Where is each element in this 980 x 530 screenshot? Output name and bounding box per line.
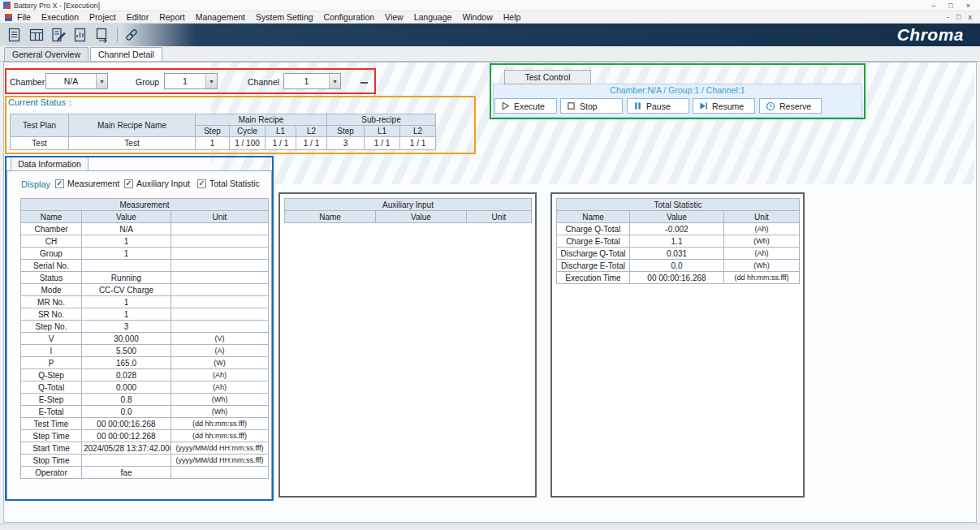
table-cell: 1 [82, 308, 171, 321]
channel-label: Channel [248, 77, 279, 87]
table-row: SR No.1 [21, 308, 269, 321]
group-select[interactable]: 1 ▾ [164, 73, 218, 89]
table-row: P165.0(W) [21, 357, 269, 369]
window-controls: – □ × [931, 0, 977, 11]
table-cell: Step Time [21, 430, 82, 442]
report-icon[interactable] [70, 25, 90, 45]
table-row: Stop Time(yyyy/MM/dd HH:mm:ss.fff) [21, 455, 269, 467]
collapse-handle[interactable] [360, 82, 368, 84]
table-cell: Chamber [21, 223, 82, 235]
menu-items: FileExecutionProjectEditorReportManageme… [17, 12, 520, 22]
menu-configuration[interactable]: Configuration [324, 12, 374, 22]
tab-channel-detail[interactable]: Channel Detail [90, 47, 162, 61]
resume-button[interactable]: Resume [693, 98, 755, 114]
child-minimize-button[interactable]: - [947, 13, 949, 21]
table-row: Charge Q-Total-0.002(Ah) [557, 223, 800, 235]
toolbar-divider [117, 28, 118, 42]
table-cell: (Ah) [724, 248, 800, 260]
table-cell: (yyyy/MM/dd HH:mm:ss.fff) [171, 442, 269, 455]
table-cell: (A) [171, 345, 269, 357]
measurement-table: Measurement NameValueUnit ChamberN/ACH1G… [20, 198, 269, 479]
data-information-tab[interactable]: Data Information [11, 157, 89, 171]
column-header: Step [196, 126, 230, 137]
editor-icon[interactable] [48, 25, 68, 45]
table-cell: 00 00:00:16.268 [630, 272, 724, 284]
table-cell: 1 / 1 [365, 137, 400, 150]
table-cell: Group [21, 248, 82, 260]
menu-view[interactable]: View [385, 12, 404, 22]
channel-select[interactable]: 1 ▾ [283, 73, 341, 89]
table-cell: Test [11, 137, 69, 150]
menu-management[interactable]: Management [196, 12, 245, 22]
column-header: Cycle [230, 126, 266, 137]
checkbox-icon: ✓ [55, 179, 64, 188]
column-group-header: Sub-recipe [327, 114, 436, 126]
table-row: Group1 [21, 248, 269, 260]
table-row: Test Time00 00:00:16.268(dd hh:mm:ss.fff… [21, 418, 269, 430]
menu-editor[interactable]: Editor [127, 12, 149, 22]
menu-report[interactable]: Report [159, 12, 185, 22]
table-cell: (Wh) [724, 235, 800, 248]
execution-icon[interactable] [4, 25, 24, 45]
table-cell: V [21, 333, 82, 345]
table-row: Serial No. [21, 260, 269, 272]
checkbox-auxiliary-input[interactable]: ✓ Auxiliary Input [124, 179, 190, 188]
stop-icon [567, 101, 576, 110]
execute-button[interactable]: Execute [494, 98, 557, 114]
table-cell: 1 / 100 [230, 137, 266, 150]
chamber-select[interactable]: N/A ▾ [45, 73, 108, 89]
table-cell: Discharge Q-Total [557, 248, 630, 260]
test-control-tab[interactable]: Test Control [504, 70, 591, 84]
menu-project[interactable]: Project [89, 12, 116, 22]
table-cell: E-Total [21, 406, 82, 418]
table-row: MR No.1 [21, 296, 269, 308]
menu-help[interactable]: Help [503, 12, 521, 22]
checkbox-total-statistic[interactable]: ✓ Total Statistic [197, 179, 260, 188]
column-header: Test Plan [11, 114, 69, 137]
table-cell: (Wh) [724, 260, 800, 272]
column-header: Value [376, 211, 467, 223]
reserve-button[interactable]: Reserve [759, 98, 822, 114]
table-cell: 30.000 [82, 333, 171, 345]
table-cell [171, 467, 269, 479]
stop-button[interactable]: Stop [560, 98, 623, 114]
table-cell: (Wh) [171, 406, 269, 418]
table-row: Start Time2024/05/28 13:37:42.000(yyyy/M… [21, 442, 269, 455]
export-icon[interactable] [92, 25, 112, 45]
menu-execution[interactable]: Execution [41, 12, 79, 22]
menu-language[interactable]: Language [414, 12, 452, 22]
child-window-controls: - □ x [947, 13, 975, 21]
table-cell: CH [21, 235, 82, 248]
table-cell: I [21, 345, 82, 357]
table-cell [171, 296, 269, 308]
menu-system-setting[interactable]: System Setting [256, 12, 313, 22]
table-cell: (dd hh:mm:ss.fff) [171, 418, 269, 430]
table-cell: Charge E-Total [557, 235, 630, 248]
child-close-button[interactable]: x [969, 13, 973, 21]
table-cell: 3 [327, 137, 365, 150]
tab-general-overview[interactable]: General Overview [4, 47, 89, 61]
table-cell: Running [82, 272, 171, 284]
link-icon[interactable] [121, 25, 141, 45]
total-statistic-table: Total Statistic NameValueUnit Charge Q-T… [556, 198, 800, 284]
minimize-button[interactable]: – [931, 0, 935, 11]
pause-icon [633, 101, 642, 110]
table-cell [171, 248, 269, 260]
menu-file[interactable]: File [17, 12, 31, 22]
monitor-icon[interactable] [26, 25, 46, 45]
maximize-button[interactable]: □ [948, 0, 952, 11]
pause-button[interactable]: Pause [627, 98, 689, 114]
column-header: Unit [724, 211, 800, 223]
table-cell [171, 235, 269, 248]
table-cell: (W) [171, 357, 269, 369]
child-restore-button[interactable]: □ [956, 13, 961, 21]
checkbox-measurement[interactable]: ✓ Measurement [55, 179, 119, 188]
close-button[interactable]: × [966, 0, 970, 11]
table-cell: 2024/05/28 13:37:42.000 [82, 442, 171, 455]
menu-window[interactable]: Window [462, 12, 492, 22]
table-row: StatusRunning [21, 272, 269, 284]
table-cell [171, 260, 269, 272]
column-header: L1 [266, 126, 296, 137]
column-group-header: Main Recipe [196, 114, 327, 126]
table-cell: (Wh) [171, 394, 269, 406]
